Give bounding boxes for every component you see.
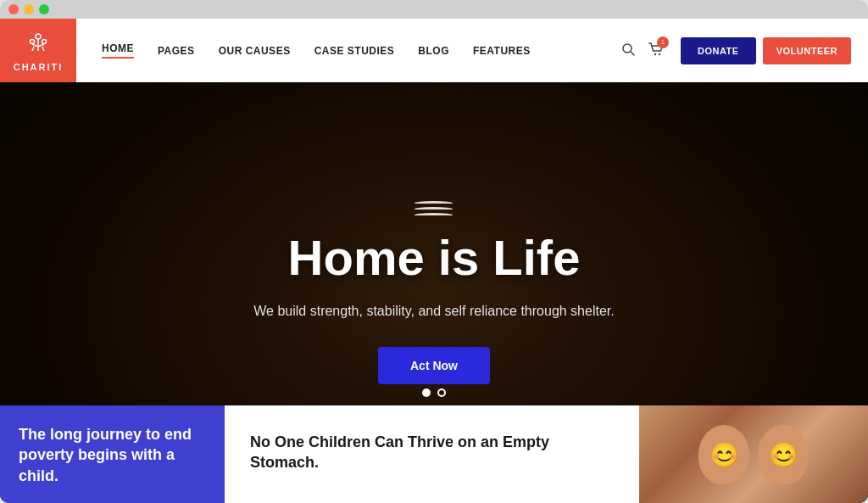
volunteer-button[interactable]: VOLUNTEER <box>763 37 851 64</box>
svg-point-1 <box>31 39 35 43</box>
slide-indicator-2[interactable] <box>437 388 446 397</box>
svg-point-2 <box>42 39 47 43</box>
wave-decoration <box>253 201 614 217</box>
maximize-dot[interactable] <box>39 4 49 14</box>
wave-line-2 <box>415 207 453 211</box>
logo-text: CHARITI <box>14 62 64 72</box>
wave-line-3 <box>415 213 453 217</box>
nav-pages[interactable]: PAGES <box>158 45 195 57</box>
nav-home[interactable]: HOME <box>102 42 134 59</box>
wave-line-1 <box>415 201 453 205</box>
logo-icon <box>25 30 51 60</box>
minimize-dot[interactable] <box>24 4 34 14</box>
bottom-card-white: No One Children Can Thrive on an Empty S… <box>225 405 639 503</box>
cart-badge: 1 <box>657 36 669 48</box>
slide-indicator-1[interactable] <box>422 388 431 397</box>
hero-subtitle: We build strength, stability, and self r… <box>253 300 614 322</box>
child-face-1 <box>698 425 749 484</box>
nav-features[interactable]: FEATURES <box>473 45 531 57</box>
bottom-white-title: No One Children Can Thrive on an Empty S… <box>250 433 614 472</box>
bottom-blue-text: The long journey to end poverty begins w… <box>19 424 206 486</box>
child-face-2 <box>758 425 809 484</box>
nav-links: HOME PAGES OUR CAUSES CASE STUDIES BLOG … <box>76 42 621 59</box>
window-chrome <box>0 0 868 19</box>
act-now-button[interactable]: Act Now <box>378 347 490 384</box>
search-icon[interactable] <box>621 42 635 59</box>
nav-buttons: DONATE VOLUNTEER <box>681 37 868 64</box>
nav-our-causes[interactable]: OUR CAUSES <box>219 45 291 57</box>
nav-case-studies[interactable]: CASE STUDIES <box>314 45 395 57</box>
svg-point-0 <box>36 34 41 39</box>
bottom-section: The long journey to end poverty begins w… <box>0 405 868 503</box>
bottom-card-blue: The long journey to end poverty begins w… <box>0 405 225 503</box>
donate-button[interactable]: DONATE <box>681 37 756 64</box>
nav-icons: 1 <box>621 42 681 60</box>
hero-content: Home is Life We build strength, stabilit… <box>253 137 614 384</box>
svg-point-5 <box>654 53 656 54</box>
cart-icon[interactable]: 1 <box>648 42 664 60</box>
children-faces <box>639 405 868 503</box>
slide-indicators <box>422 388 446 397</box>
logo[interactable]: CHARITI <box>0 19 76 82</box>
navbar: CHARITI HOME PAGES OUR CAUSES CASE STUDI… <box>0 19 868 82</box>
close-dot[interactable] <box>8 4 19 14</box>
svg-line-4 <box>631 52 634 55</box>
svg-point-6 <box>659 53 660 54</box>
browser-content: Home is Life We build strength, stabilit… <box>0 19 868 503</box>
hero-title: Home is Life <box>253 231 614 285</box>
nav-blog[interactable]: BLOG <box>418 45 449 57</box>
bottom-card-photo <box>639 405 868 503</box>
